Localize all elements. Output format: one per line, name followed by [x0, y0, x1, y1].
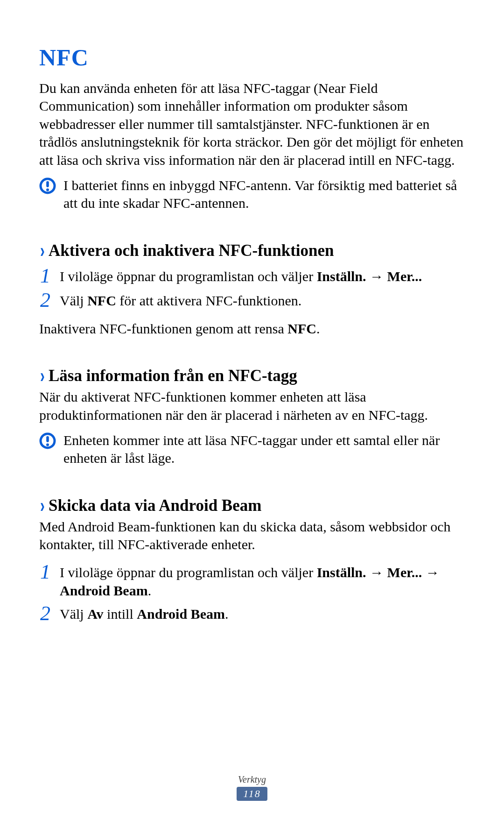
step-number: 1 [39, 562, 51, 582]
intro-paragraph: Du kan använda enheten för att läsa NFC-… [39, 79, 468, 169]
footer-category: Verktyg [0, 774, 504, 785]
info-note-text: Enheten kommer inte att läsa NFC-taggar … [63, 431, 468, 467]
step-text: I viloläge öppnar du programlistan och v… [60, 562, 468, 600]
step-text: Välj Av intill Android Beam. [60, 603, 228, 623]
page-body: NFC Du kan använda enheten för att läsa … [0, 0, 504, 624]
post-step-text: Inaktivera NFC-funktionen genom att rens… [39, 320, 468, 338]
step-1: 1 I viloläge öppnar du programlistan och… [39, 562, 468, 600]
section-heading-activate: › Aktivera och inaktivera NFC-funktionen [39, 240, 468, 262]
chevron-right-icon: › [40, 495, 45, 517]
info-note-2: Enheten kommer inte att läsa NFC-taggar … [39, 431, 468, 467]
chevron-right-icon: › [40, 240, 45, 262]
section-heading-beam: › Skicka data via Android Beam [39, 495, 468, 517]
caution-icon [39, 432, 56, 449]
page-number: 118 [237, 787, 267, 801]
step-number: 2 [39, 603, 51, 624]
page-title: NFC [39, 44, 468, 71]
info-note-text: I batteriet finns en inbyggd NFC-antenn.… [63, 177, 468, 212]
svg-point-5 [46, 443, 49, 446]
svg-rect-4 [46, 436, 49, 442]
section-heading-text: Skicka data via Android Beam [49, 496, 261, 515]
svg-rect-1 [46, 181, 49, 187]
section-body: Med Android Beam-funktionen kan du skick… [39, 518, 468, 554]
step-2: 2 Välj NFC för att aktivera NFC-funktion… [39, 290, 468, 311]
svg-point-2 [46, 188, 49, 191]
section-heading-read: › Läsa information från en NFC-tagg [39, 365, 468, 387]
section-heading-text: Aktivera och inaktivera NFC-funktionen [49, 241, 334, 260]
section-body: När du aktiverat NFC-funktionen kommer e… [39, 388, 468, 424]
step-text: I viloläge öppnar du programlistan och v… [60, 266, 422, 285]
info-note-1: I batteriet finns en inbyggd NFC-antenn.… [39, 177, 468, 212]
caution-icon [39, 177, 56, 194]
section-heading-text: Läsa information från en NFC-tagg [49, 367, 297, 385]
page-footer: Verktyg 118 [0, 774, 504, 801]
chevron-right-icon: › [40, 365, 45, 387]
step-number: 1 [39, 266, 51, 286]
step-number: 2 [39, 290, 51, 311]
step-2: 2 Välj Av intill Android Beam. [39, 603, 468, 624]
step-text: Välj NFC för att aktivera NFC-funktionen… [60, 290, 301, 310]
step-1: 1 I viloläge öppnar du programlistan och… [39, 266, 468, 286]
